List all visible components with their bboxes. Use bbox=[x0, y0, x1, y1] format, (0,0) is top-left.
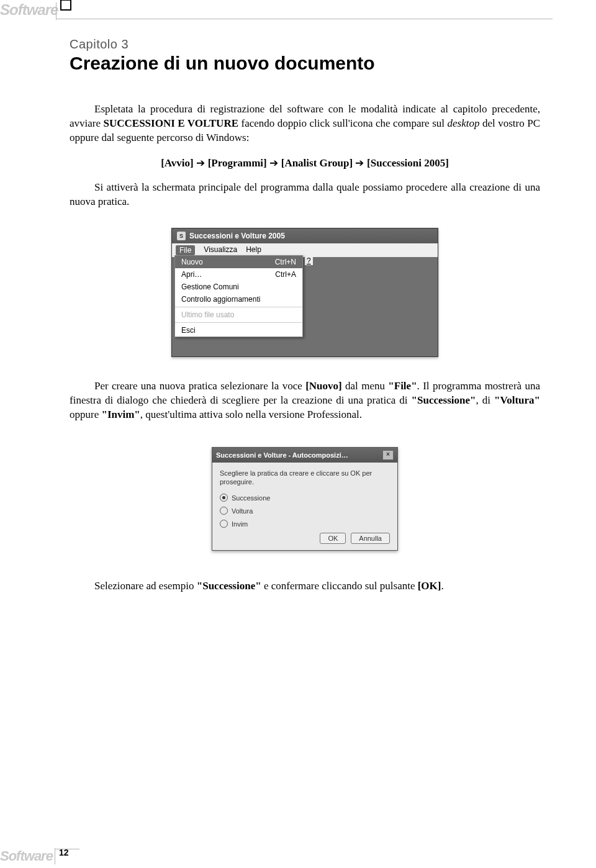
menu-file[interactable]: File bbox=[176, 245, 195, 255]
screenshot-main-window: S Successioni e Volture 2005 File Visual… bbox=[171, 228, 438, 357]
footer: Software 12 bbox=[0, 848, 69, 864]
app-icon: S bbox=[177, 232, 186, 240]
dialog-titlebar: Successioni e Volture - Autocomposizi… × bbox=[212, 448, 397, 463]
paragraph-1: Espletata la procedura di registrazione … bbox=[70, 102, 540, 145]
file-menu-dropdown: Nuovo Ctrl+N Apri… Ctrl+A Gestione Comun… bbox=[174, 255, 303, 337]
menu-separator bbox=[175, 322, 302, 323]
menu-item-gestione-comuni[interactable]: Gestione Comuni bbox=[175, 281, 302, 293]
radio-option-successione[interactable]: Successione bbox=[220, 494, 390, 502]
header-vertical-rule bbox=[56, 2, 56, 20]
dialog-title: Successioni e Volture - Autocomposizi… bbox=[216, 451, 348, 459]
window-client-area: ? Nuovo Ctrl+N Apri… Ctrl+A Gestione Com… bbox=[172, 257, 438, 356]
window-title: Successioni e Volture 2005 bbox=[189, 232, 285, 240]
radio-icon bbox=[220, 520, 228, 528]
radio-icon bbox=[220, 494, 228, 502]
menu-item-controllo-aggiornamenti[interactable]: Controllo aggiornamenti bbox=[175, 293, 302, 305]
dialog-instruction: Scegliere la pratica da creare e cliccar… bbox=[220, 469, 390, 487]
menu-help[interactable]: Help bbox=[246, 245, 261, 255]
menu-visualizza[interactable]: Visualizza bbox=[204, 245, 237, 255]
close-icon[interactable]: × bbox=[382, 450, 394, 460]
windows-path: [Avvio] ➔ [Programmi] ➔ [Analist Group] … bbox=[70, 156, 540, 170]
menu-item-apri[interactable]: Apri… Ctrl+A bbox=[175, 268, 302, 281]
screenshot-autocomposizione-dialog: Successioni e Volture - Autocomposizi… ×… bbox=[212, 447, 398, 551]
page-title: Creazione di un nuovo documento bbox=[70, 53, 540, 74]
chapter-label: Capitolo 3 bbox=[70, 37, 540, 52]
help-icon[interactable]: ? bbox=[305, 256, 313, 265]
maximize-icon bbox=[60, 0, 71, 11]
radio-option-invim[interactable]: Invim bbox=[220, 520, 390, 528]
ok-button[interactable]: OK bbox=[320, 533, 346, 544]
footer-vertical-rule bbox=[55, 848, 55, 864]
annulla-button[interactable]: Annulla bbox=[351, 533, 390, 544]
menu-item-ultimo-file: Ultimo file usato bbox=[175, 309, 302, 321]
window-titlebar: S Successioni e Volture 2005 bbox=[172, 228, 438, 243]
footer-rule bbox=[55, 849, 79, 849]
arrow-icon: ➔ bbox=[355, 157, 367, 169]
arrow-icon: ➔ bbox=[269, 157, 281, 169]
menu-item-esci[interactable]: Esci bbox=[175, 324, 302, 337]
radio-icon bbox=[220, 507, 228, 515]
brand-word: Software bbox=[0, 848, 53, 864]
menu-separator bbox=[175, 307, 302, 307]
menu-item-nuovo[interactable]: Nuovo Ctrl+N bbox=[175, 256, 302, 268]
header-rule bbox=[56, 19, 553, 19]
radio-option-voltura[interactable]: Voltura bbox=[220, 507, 390, 515]
paragraph-2: Si attiverà la schermata principale del … bbox=[70, 181, 540, 209]
brand-word: Software bbox=[0, 1, 58, 19]
paragraph-4: Selezionare ad esempio "Successione" e c… bbox=[70, 579, 540, 594]
arrow-icon: ➔ bbox=[196, 157, 208, 169]
header: Software bbox=[0, 1, 71, 19]
paragraph-3: Per creare una nuova pratica selezionare… bbox=[70, 379, 540, 422]
